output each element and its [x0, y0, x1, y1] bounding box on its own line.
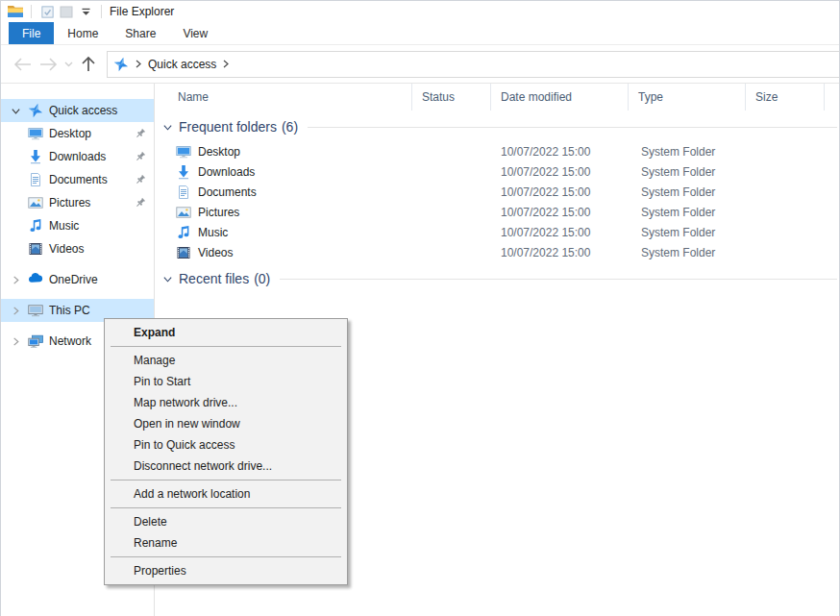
pictures-icon [176, 205, 191, 220]
group-title: Frequent folders [179, 119, 277, 135]
sidebar-item-downloads[interactable]: Downloads [1, 145, 154, 168]
chevron-down-icon[interactable] [11, 103, 28, 118]
group-header-frequent-folders[interactable]: Frequent folders(6) [155, 116, 839, 137]
context-menu-separator [111, 556, 341, 557]
column-header-label: Name [178, 90, 209, 104]
file-row-desktop[interactable]: Desktop10/07/2022 15:00System Folder [155, 141, 839, 161]
ribbon-tab-home[interactable]: Home [54, 22, 111, 44]
tree-indent [11, 195, 28, 210]
quick-access-pin-icon [113, 57, 129, 72]
chevron-right-icon[interactable] [11, 272, 28, 287]
ribbon-tab-view[interactable]: View [169, 22, 221, 44]
file-name: Videos [198, 246, 233, 259]
file-date-modified-cell: 10/07/2022 15:00 [491, 145, 629, 159]
context-menu-item-rename[interactable]: Rename [105, 532, 347, 554]
file-type-cell: System Folder [629, 206, 746, 219]
file-row-videos[interactable]: Videos10/07/2022 15:00System Folder [155, 242, 839, 262]
group-header-recent-files[interactable]: Recent files(0) [155, 268, 839, 289]
sidebar-item-label: Videos [49, 242, 84, 256]
file-type-cell: System Folder [629, 165, 746, 179]
sidebar-item-label: Downloads [49, 150, 106, 163]
file-date-modified-cell: 10/07/2022 15:00 [491, 226, 629, 239]
up-button[interactable] [76, 52, 101, 77]
column-header-type[interactable]: Type [629, 84, 746, 111]
context-menu-item-add-a-network-location[interactable]: Add a network location [105, 483, 347, 505]
file-type-cell: System Folder [629, 145, 746, 159]
file-name-cell: Desktop [155, 144, 412, 160]
file-row-music[interactable]: Music10/07/2022 15:00System Folder [155, 222, 839, 242]
group-chevron-down-icon[interactable] [162, 274, 173, 284]
context-menu-item-manage[interactable]: Manage [105, 350, 347, 371]
sidebar-item-quick-access[interactable]: Quick access [1, 99, 154, 122]
group-chevron-down-icon[interactable] [162, 122, 173, 133]
column-header-date-modified[interactable]: Date modified [491, 84, 629, 111]
file-explorer-window: File Explorer FileHomeShareView Quick ac… [0, 0, 840, 616]
context-menu-item-open-in-new-window[interactable]: Open in new window [105, 413, 347, 434]
group-header-rule [308, 127, 837, 128]
sidebar-item-label: Documents [49, 173, 108, 186]
column-header-status[interactable]: Status [412, 84, 491, 111]
sidebar-item-desktop[interactable]: Desktop [1, 122, 154, 145]
back-button [11, 52, 36, 77]
column-header-size[interactable]: Size [746, 84, 825, 111]
file-name: Music [198, 226, 228, 239]
column-header-name[interactable]: Name [155, 84, 412, 111]
group-count: (0) [254, 271, 270, 286]
new-folder-icon[interactable] [57, 3, 76, 20]
sidebar-item-label: Music [49, 219, 79, 233]
file-name: Desktop [198, 145, 240, 159]
breadcrumb-segment[interactable]: Quick access [148, 58, 216, 71]
quick-access-icon [28, 103, 43, 118]
file-row-downloads[interactable]: Downloads10/07/2022 15:00System Folder [155, 161, 839, 182]
pin-icon [135, 197, 146, 209]
sidebar-item-label: This PC [49, 304, 90, 317]
context-menu-item-pin-to-start[interactable]: Pin to Start [105, 371, 347, 392]
context-menu: ExpandManagePin to StartMap network driv… [104, 318, 348, 585]
group-count: (6) [282, 119, 298, 135]
context-menu-item-properties[interactable]: Properties [105, 560, 347, 581]
videos-icon [176, 245, 191, 260]
titlebar-divider [31, 5, 32, 18]
forward-button [36, 52, 61, 77]
ribbon-tab-file[interactable]: File [9, 22, 54, 44]
breadcrumb-chevron-icon [136, 60, 141, 68]
customize-toolbar-icon[interactable] [76, 3, 95, 20]
tree-indent [11, 218, 28, 234]
file-name: Documents [198, 185, 257, 199]
sidebar-item-label: Quick access [49, 104, 117, 117]
context-menu-item-map-network-drive[interactable]: Map network drive... [105, 392, 347, 413]
chevron-right-icon[interactable] [11, 333, 28, 349]
window-title: File Explorer [110, 5, 174, 18]
sidebar-item-label: Pictures [49, 196, 90, 209]
explorer-logo-icon [6, 3, 25, 20]
sidebar-item-label: Desktop [49, 127, 91, 140]
context-menu-item-pin-to-quick-access[interactable]: Pin to Quick access [105, 434, 347, 456]
sidebar-item-music[interactable]: Music [1, 214, 154, 237]
properties-icon[interactable] [37, 3, 57, 20]
documents-icon [28, 172, 43, 187]
sidebar-item-onedrive[interactable]: OneDrive [1, 268, 154, 291]
sidebar-item-documents[interactable]: Documents [1, 168, 154, 191]
file-date-modified-cell: 10/07/2022 15:00 [491, 185, 629, 199]
file-type-cell: System Folder [629, 185, 746, 199]
tree-indent [11, 241, 28, 257]
file-name-cell: Music [155, 225, 412, 240]
desktop-icon [28, 126, 43, 141]
address-bar[interactable]: Quick access [107, 51, 839, 78]
tree-indent [11, 172, 28, 187]
context-menu-separator [111, 346, 341, 347]
chevron-right-icon[interactable] [11, 303, 28, 318]
sidebar-item-pictures[interactable]: Pictures [1, 191, 154, 214]
context-menu-item-disconnect-network-drive[interactable]: Disconnect network drive... [105, 456, 347, 477]
file-name: Pictures [198, 206, 239, 219]
column-header-row: NameStatusDate modifiedTypeSize [155, 84, 839, 111]
context-menu-item-delete[interactable]: Delete [105, 511, 347, 532]
ribbon-tab-share[interactable]: Share [111, 22, 169, 44]
context-menu-item-expand[interactable]: Expand [105, 322, 347, 343]
file-list: Frequent folders(6)Desktop10/07/2022 15:… [155, 111, 839, 289]
file-name: Downloads [198, 165, 255, 179]
sidebar-item-label: OneDrive [49, 273, 98, 286]
file-row-pictures[interactable]: Pictures10/07/2022 15:00System Folder [155, 202, 839, 222]
file-row-documents[interactable]: Documents10/07/2022 15:00System Folder [155, 182, 839, 202]
sidebar-item-videos[interactable]: Videos [1, 237, 154, 260]
